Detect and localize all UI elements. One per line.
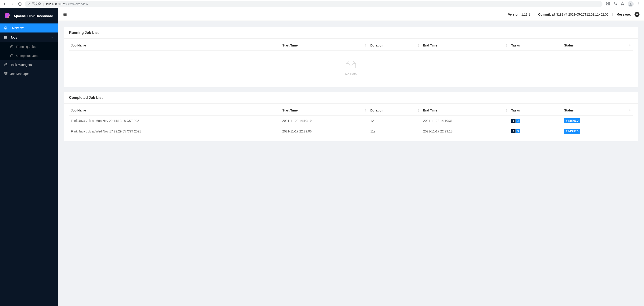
topbar: Version: 1.13.1 | Commit: a7f3192 @ 2021… — [58, 8, 644, 21]
svg-rect-0 — [606, 2, 608, 3]
cell-tasks: 33 — [510, 126, 562, 137]
insecure-site-indicator: 不安全 — [28, 2, 41, 6]
table-row[interactable]: Flink Java Job at Wed Nov 17 22:29:05 CS… — [69, 126, 633, 137]
flink-logo-icon — [4, 12, 11, 19]
bookmark-star-icon[interactable] — [620, 1, 624, 6]
completed-jobs-table: Job Name Start Time▲▼ Duration▲▼ End Tim… — [69, 105, 633, 137]
sort-icon: ▲▼ — [629, 44, 631, 47]
cell-start-time: 2021-11-22 14:10:19 — [280, 116, 368, 126]
col-tasks[interactable]: Tasks — [510, 40, 562, 50]
cell-status: FINISHED — [562, 126, 633, 137]
message-count-badge[interactable]: 0 — [634, 12, 640, 17]
sidebar-menu: Overview Jobs Running Jobs Completed Job… — [0, 23, 58, 78]
svg-point-9 — [8, 15, 8, 15]
col-job-name[interactable]: Job Name — [69, 40, 280, 50]
address-bar[interactable]: 不安全 | 192.168.0.37:8082/#/overview — [25, 1, 602, 7]
dashboard-icon — [4, 26, 8, 30]
col-end-time[interactable]: End Time▲▼ — [421, 105, 510, 116]
brand[interactable]: Apache Flink Dashboard — [0, 8, 58, 23]
sidebar-item-task-managers[interactable]: Task Managers — [0, 60, 58, 69]
col-duration[interactable]: Duration▲▼ — [368, 105, 421, 116]
running-jobs-table: Job Name Start Time▲▼ Duration▲▼ End Tim… — [69, 40, 633, 50]
table-row[interactable]: Flink Java Job at Mon Nov 22 14:10:18 CS… — [69, 116, 633, 126]
sort-icon: ▲▼ — [629, 109, 631, 112]
commit-block: Commit: a7f3192 @ 2021-05-25T12:02:11+02… — [538, 13, 608, 16]
cell-status: FINISHED — [562, 116, 633, 126]
running-job-list-card: Running Job List Job Name Start Time▲▼ D… — [64, 27, 638, 87]
svg-point-14 — [4, 36, 5, 36]
col-start-time[interactable]: Start Time▲▼ — [280, 40, 368, 50]
sort-icon: ▲▼ — [506, 109, 508, 112]
cell-end-time: 2021-11-17 22:29:18 — [421, 126, 510, 137]
sidebar-item-label: Jobs — [10, 36, 17, 39]
svg-point-19 — [10, 54, 13, 57]
svg-rect-1 — [608, 2, 610, 3]
sidebar-item-job-manager[interactable]: Job Manager — [0, 69, 58, 78]
sort-icon: ▲▼ — [365, 109, 367, 112]
reload-button[interactable] — [17, 1, 22, 7]
col-end-time[interactable]: End Time▲▼ — [421, 40, 510, 50]
svg-rect-24 — [4, 72, 6, 73]
card-header: Running Job List — [64, 27, 638, 38]
sort-icon: ▲▼ — [418, 44, 420, 47]
status-badge: FINISHED — [564, 129, 580, 134]
svg-rect-20 — [5, 64, 7, 66]
sidebar-item-completed-jobs[interactable]: Completed Jobs — [0, 51, 58, 60]
message-block: Message: — [616, 13, 631, 16]
svg-point-15 — [4, 37, 5, 37]
menu-fold-icon — [63, 12, 67, 17]
insecure-label: 不安全 — [32, 2, 41, 6]
svg-point-7 — [638, 3, 639, 4]
kebab-menu-icon[interactable] — [637, 1, 641, 6]
col-start-time[interactable]: Start Time▲▼ — [280, 105, 368, 116]
svg-point-16 — [4, 38, 5, 38]
translate-icon[interactable] — [613, 1, 617, 6]
forward-button[interactable] — [10, 1, 15, 7]
svg-rect-25 — [6, 72, 7, 73]
cell-duration: 12s — [368, 116, 421, 126]
cell-job-name: Flink Java Job at Wed Nov 17 22:29:05 CS… — [69, 126, 280, 137]
empty-label: No Data — [345, 72, 356, 76]
sidebar: Apache Flink Dashboard Overview Jobs Run… — [0, 8, 58, 306]
main-area: Version: 1.13.1 | Commit: a7f3192 @ 2021… — [58, 8, 644, 306]
card-header: Completed Job List — [64, 92, 638, 104]
play-circle-icon — [10, 45, 14, 48]
sidebar-item-jobs[interactable]: Jobs — [0, 32, 58, 42]
sidebar-item-label: Running Jobs — [16, 45, 36, 48]
completed-job-list-card: Completed Job List Job Name Start Time▲▼… — [64, 92, 638, 141]
profile-avatar-icon[interactable] — [628, 1, 634, 7]
schedule-icon — [4, 63, 8, 67]
col-status[interactable]: Status▲▼ — [562, 105, 633, 116]
cell-duration: 11s — [368, 126, 421, 137]
sidebar-item-running-jobs[interactable]: Running Jobs — [0, 42, 58, 51]
sidebar-item-label: Completed Jobs — [16, 54, 39, 57]
svg-rect-3 — [608, 4, 610, 5]
svg-point-8 — [638, 4, 639, 5]
col-status[interactable]: Status▲▼ — [562, 40, 633, 50]
sort-icon: ▲▼ — [418, 109, 420, 112]
back-button[interactable] — [2, 1, 7, 7]
svg-rect-26 — [6, 74, 6, 75]
col-tasks[interactable]: Tasks — [510, 105, 562, 116]
svg-rect-2 — [606, 4, 608, 5]
check-circle-icon — [10, 54, 14, 57]
empty-state: No Data — [69, 50, 633, 83]
chevron-up-icon — [50, 35, 54, 39]
cell-job-name: Flink Java Job at Mon Nov 22 14:10:18 CS… — [69, 116, 280, 126]
svg-point-6 — [638, 2, 639, 3]
col-job-name[interactable]: Job Name — [69, 105, 280, 116]
empty-box-icon — [344, 59, 357, 69]
url-text: 192.168.0.37:8082/#/overview — [46, 2, 88, 6]
status-badge: FINISHED — [564, 118, 580, 123]
sidebar-item-label: Job Manager — [10, 72, 29, 76]
sidebar-item-overview[interactable]: Overview — [0, 23, 58, 32]
sidebar-item-label: Task Managers — [10, 63, 32, 67]
cluster-icon — [4, 72, 8, 76]
sort-icon: ▲▼ — [506, 44, 508, 47]
svg-marker-4 — [621, 2, 624, 5]
sidebar-collapse-button[interactable] — [62, 12, 68, 17]
install-app-icon[interactable] — [606, 1, 610, 6]
col-duration[interactable]: Duration▲▼ — [368, 40, 421, 50]
svg-marker-18 — [12, 46, 12, 47]
version-block: Version: 1.13.1 — [508, 13, 530, 16]
